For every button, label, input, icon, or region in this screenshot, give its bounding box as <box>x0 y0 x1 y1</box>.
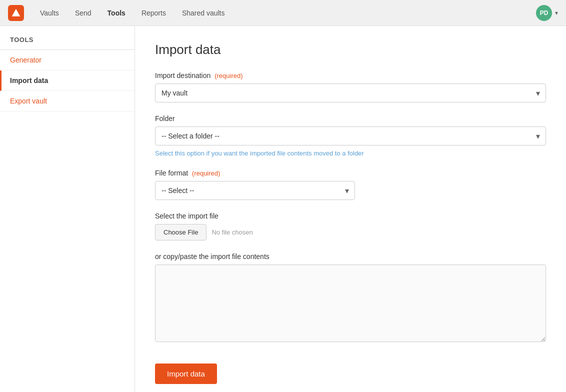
nav-item-tools[interactable]: Tools <box>102 6 132 20</box>
no-file-chosen-text: No file chosen <box>212 228 252 236</box>
select-import-file-label: Select the import file <box>155 212 546 220</box>
import-destination-wrapper: My vault ▾ <box>155 84 546 102</box>
sidebar: TOOLS Generator Import data Export vault <box>0 26 135 392</box>
nav-item-send[interactable]: Send <box>69 6 98 20</box>
layout: TOOLS Generator Import data Export vault… <box>0 26 566 392</box>
navbar: Vaults Send Tools Reports Shared vaults … <box>0 0 566 26</box>
import-destination-label: Import destination (required) <box>155 72 546 80</box>
import-data-button[interactable]: Import data <box>155 364 217 384</box>
file-format-wrapper: -- Select -- ▾ <box>155 181 355 200</box>
svg-marker-0 <box>12 8 20 16</box>
choose-file-button[interactable]: Choose File <box>155 224 206 240</box>
file-format-required: (required) <box>192 170 220 177</box>
app-logo[interactable] <box>8 5 24 21</box>
folder-label: Folder <box>155 114 546 122</box>
nav-item-shared-vaults[interactable]: Shared vaults <box>176 6 231 20</box>
file-format-label: File format (required) <box>155 169 546 177</box>
folder-select[interactable]: -- Select a folder -- <box>155 126 546 146</box>
file-format-select[interactable]: -- Select -- <box>155 181 355 200</box>
main-content: Import data Import destination (required… <box>135 26 566 392</box>
folder-section: Folder -- Select a folder -- ▾ Select th… <box>155 114 546 157</box>
sidebar-title: TOOLS <box>0 26 134 50</box>
folder-wrapper: -- Select a folder -- ▾ <box>155 126 546 146</box>
import-destination-required: (required) <box>214 72 242 80</box>
navbar-right: PD ▾ <box>536 5 558 21</box>
page-title: Import data <box>155 42 546 58</box>
sidebar-item-export-vault[interactable]: Export vault <box>0 91 134 112</box>
paste-section: or copy/paste the import file contents <box>155 252 546 344</box>
nav-item-vaults[interactable]: Vaults <box>34 6 65 20</box>
sidebar-item-import-data[interactable]: Import data <box>0 70 134 91</box>
logo-icon <box>11 8 21 18</box>
file-input-row: Choose File No file chosen <box>155 224 546 240</box>
file-format-section: File format (required) -- Select -- ▾ <box>155 169 546 200</box>
sidebar-item-generator[interactable]: Generator <box>0 50 134 70</box>
paste-textarea[interactable] <box>155 264 546 342</box>
folder-hint: Select this option if you want the impor… <box>155 150 546 157</box>
nav-item-reports[interactable]: Reports <box>136 6 172 20</box>
select-import-file-section: Select the import file Choose File No fi… <box>155 212 546 240</box>
import-destination-select[interactable]: My vault <box>155 84 546 102</box>
paste-label: or copy/paste the import file contents <box>155 252 546 260</box>
avatar[interactable]: PD <box>536 5 552 21</box>
import-destination-section: Import destination (required) My vault ▾ <box>155 72 546 102</box>
avatar-dropdown-arrow[interactable]: ▾ <box>555 10 558 16</box>
